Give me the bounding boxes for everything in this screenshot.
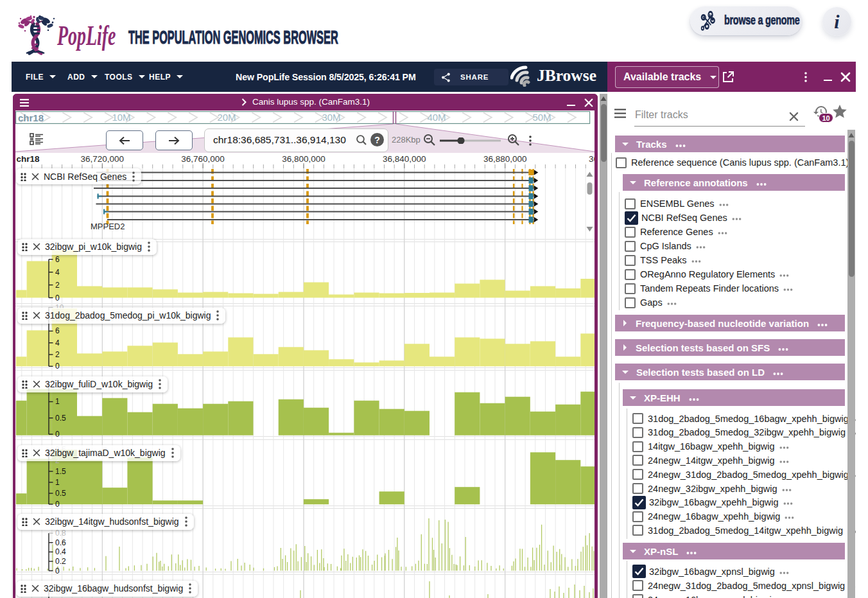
svg-text:1: 1 [55, 397, 60, 406]
svg-text:0: 0 [55, 500, 60, 509]
svg-text:MPPED2: MPPED2 [91, 222, 125, 231]
svg-text:6: 6 [55, 255, 60, 264]
svg-text:0.5: 0.5 [55, 414, 66, 423]
svg-text:2: 2 [55, 350, 60, 359]
svg-text:0: 0 [55, 567, 60, 576]
svg-text:0.5: 0.5 [55, 489, 66, 498]
svg-text:1: 1 [55, 478, 60, 487]
svg-text:6: 6 [55, 326, 60, 335]
svg-text:1.5: 1.5 [55, 467, 66, 476]
svg-text:0: 0 [55, 362, 60, 371]
svg-text:0.6: 0.6 [55, 538, 66, 547]
svg-text:4: 4 [55, 268, 60, 277]
svg-text:0.8: 0.8 [55, 529, 66, 538]
svg-text:2: 2 [55, 281, 60, 290]
svg-text:0.2: 0.2 [55, 557, 66, 566]
svg-text:0: 0 [55, 294, 60, 303]
svg-text:4: 4 [55, 339, 60, 347]
svg-text:0.4: 0.4 [55, 547, 66, 556]
svg-text:0: 0 [55, 430, 60, 439]
